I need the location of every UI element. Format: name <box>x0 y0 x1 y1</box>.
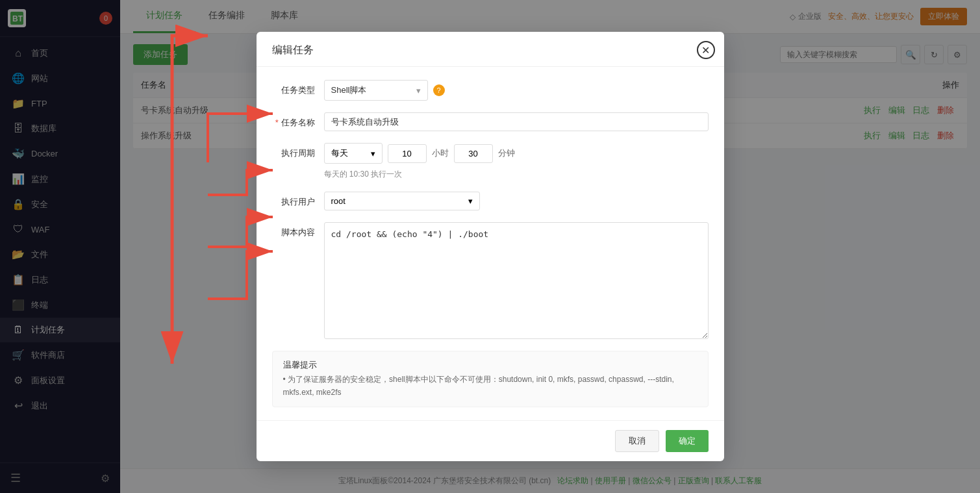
script-label: 脚本内容 <box>272 222 324 238</box>
task-name-control <box>324 112 709 131</box>
hour-unit: 小时 <box>432 147 449 159</box>
period-control: 每天 ▾ 小时 分钟 每天的 10:30 执行一次 <box>324 143 709 180</box>
period-row: 执行周期 每天 ▾ 小时 分钟 每天的 10 <box>272 143 709 180</box>
modal-title: 编辑任务 <box>257 32 724 67</box>
user-value: root <box>331 196 346 206</box>
script-textarea[interactable]: cd /root && (echo "4") | ./boot <box>324 222 709 339</box>
chevron-down-icon: ▾ <box>416 86 421 95</box>
modal-overlay: 编辑任务 ✕ 任务类型 Shell脚本 ▾ ? 任务名称 <box>0 0 980 493</box>
warning-box: 温馨提示 • 为了保证服务器的安全稳定，shell脚本中以下命令不可使用：shu… <box>272 351 709 407</box>
user-label: 执行用户 <box>272 192 324 208</box>
script-control: cd /root && (echo "4") | ./boot <box>324 222 709 339</box>
task-type-select[interactable]: Shell脚本 ▾ <box>324 80 428 101</box>
warning-text: • 为了保证服务器的安全稳定，shell脚本中以下命令不可使用：shutdown… <box>283 373 697 398</box>
task-type-value: Shell脚本 <box>331 84 367 96</box>
edit-task-modal: 编辑任务 ✕ 任务类型 Shell脚本 ▾ ? 任务名称 <box>257 32 724 461</box>
period-label: 执行周期 <box>272 143 324 159</box>
task-name-row: 任务名称 <box>272 112 709 131</box>
user-control: root ▾ <box>324 192 709 210</box>
task-name-label: 任务名称 <box>272 112 324 129</box>
minute-unit: 分钟 <box>498 147 515 159</box>
period-type-select[interactable]: 每天 ▾ <box>324 143 383 164</box>
help-icon[interactable]: ? <box>433 84 445 96</box>
task-type-label: 任务类型 <box>272 80 324 96</box>
period-hour-input[interactable] <box>388 144 427 163</box>
warning-title: 温馨提示 <box>283 359 697 371</box>
period-type-value: 每天 <box>331 147 348 159</box>
task-type-control: Shell脚本 ▾ ? <box>324 80 709 101</box>
task-name-input[interactable] <box>324 112 709 131</box>
confirm-button[interactable]: 确定 <box>666 430 709 452</box>
user-select[interactable]: root ▾ <box>324 192 480 210</box>
chevron-down-icon: ▾ <box>371 149 375 158</box>
period-minute-input[interactable] <box>454 144 493 163</box>
script-row: 脚本内容 cd /root && (echo "4") | ./boot <box>272 222 709 339</box>
user-row: 执行用户 root ▾ <box>272 192 709 210</box>
modal-body: 任务类型 Shell脚本 ▾ ? 任务名称 执行周期 <box>257 67 724 420</box>
cancel-button[interactable]: 取消 <box>615 430 659 452</box>
task-type-row: 任务类型 Shell脚本 ▾ ? <box>272 80 709 101</box>
chevron-down-icon: ▾ <box>468 196 473 206</box>
modal-close-button[interactable]: ✕ <box>697 41 715 59</box>
period-inputs: 每天 ▾ 小时 分钟 <box>324 143 515 164</box>
modal-footer: 取消 确定 <box>257 420 724 461</box>
period-hint: 每天的 10:30 执行一次 <box>324 169 515 180</box>
